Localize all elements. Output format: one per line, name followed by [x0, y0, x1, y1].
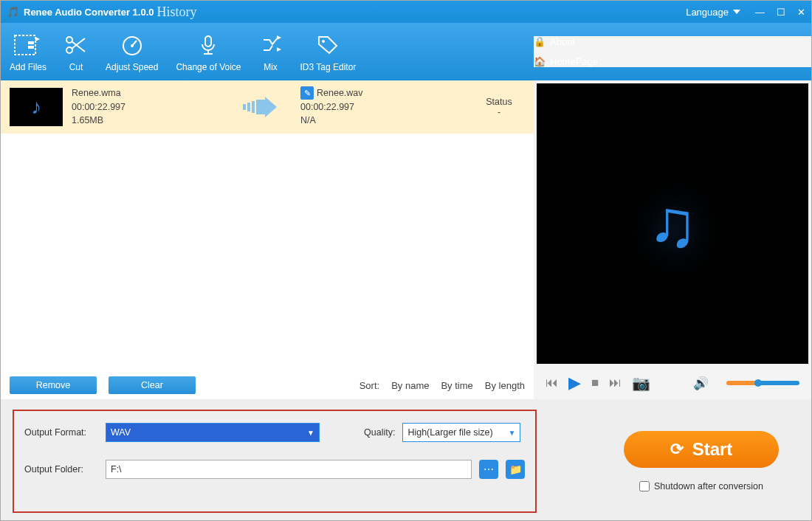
shutdown-label: Shutdown after conversion: [654, 481, 763, 491]
start-button[interactable]: ⟳ Start: [624, 431, 779, 468]
preview-pane: ♫: [537, 83, 808, 364]
change-voice-label: Change of Voice: [176, 62, 241, 72]
scissors-icon: [64, 32, 88, 58]
clear-button[interactable]: Clear: [109, 376, 196, 394]
prev-button[interactable]: ⏮: [546, 376, 558, 390]
homepage-label: HomePage: [550, 56, 598, 67]
output-folder-input[interactable]: F:\: [106, 460, 472, 479]
remove-button[interactable]: Remove: [10, 376, 97, 394]
language-dropdown[interactable]: Language: [686, 7, 740, 18]
add-files-label: Add Files: [10, 62, 47, 72]
svg-point-6: [322, 40, 325, 43]
app-title: Renee Audio Converter 1.0.0: [24, 7, 154, 18]
sort-by-length[interactable]: By length: [485, 380, 525, 391]
browse-folder-button[interactable]: 📁: [506, 460, 525, 479]
sort-label: Sort:: [359, 380, 379, 391]
mix-button[interactable]: Mix: [250, 25, 292, 78]
id3-tag-button[interactable]: ID3 Tag Editor: [292, 25, 365, 78]
output-format-label: Output Format:: [24, 427, 98, 438]
output-folder-label: Output Folder:: [24, 464, 98, 475]
lock-icon: 🔒: [534, 36, 546, 47]
dest-size: N/A: [300, 114, 448, 128]
stop-button[interactable]: ■: [591, 376, 599, 390]
output-format-select[interactable]: WAV ▼: [106, 423, 320, 442]
language-label: Language: [686, 7, 729, 18]
volume-icon[interactable]: 🔊: [693, 376, 709, 391]
about-link[interactable]: 🔒 About: [534, 36, 799, 47]
chevron-down-icon: ▼: [508, 429, 515, 437]
titlebar: 🎵 Renee Audio Converter 1.0.0 History La…: [1, 1, 811, 23]
svg-rect-9: [252, 101, 255, 113]
shutdown-checkbox-input[interactable]: [639, 481, 650, 491]
svg-rect-5: [205, 36, 211, 46]
music-note-icon: ♫: [647, 186, 698, 262]
sort-by-time[interactable]: By time: [441, 380, 472, 391]
quality-label: Quality:: [364, 427, 395, 438]
maximize-button[interactable]: ☐: [777, 7, 785, 18]
arrow-icon: [243, 97, 277, 117]
status-value: -: [473, 107, 525, 117]
refresh-icon: ⟳: [670, 440, 684, 459]
dest-filename: Renee.wav: [317, 88, 363, 98]
toolbar: Add Files Cut Adjust Speed Change of Voi…: [1, 23, 811, 80]
id3-tag-label: ID3 Tag Editor: [300, 62, 357, 72]
output-format-value: WAV: [111, 427, 131, 438]
app-icon: 🎵: [7, 6, 19, 18]
minimize-button[interactable]: —: [755, 7, 765, 18]
adjust-speed-label: Adjust Speed: [106, 62, 158, 72]
mix-label: Mix: [264, 62, 278, 72]
sort-by-name[interactable]: By name: [391, 380, 429, 391]
more-button[interactable]: ⋯: [479, 460, 498, 479]
file-thumbnail: ♪: [10, 88, 63, 126]
mix-icon: [259, 32, 283, 58]
edit-icon[interactable]: ✎: [300, 86, 314, 100]
microphone-icon: [196, 32, 220, 58]
home-icon: 🏠: [534, 56, 546, 67]
chevron-down-icon: ▼: [307, 429, 314, 437]
source-duration: 00:00:22.997: [72, 100, 219, 114]
quality-value: High(Larger file size): [407, 427, 492, 438]
homepage-link[interactable]: 🏠 HomePage: [534, 56, 799, 67]
status-header: Status: [473, 97, 525, 107]
svg-rect-0: [15, 35, 35, 55]
add-files-button[interactable]: Add Files: [1, 25, 55, 78]
history-link[interactable]: History: [157, 4, 197, 20]
volume-slider[interactable]: [726, 381, 799, 385]
svg-point-4: [131, 44, 134, 47]
adjust-speed-button[interactable]: Adjust Speed: [97, 25, 167, 78]
film-icon: [13, 32, 43, 58]
camera-button[interactable]: 📷: [632, 374, 650, 392]
svg-rect-7: [243, 104, 246, 110]
shutdown-checkbox[interactable]: Shutdown after conversion: [639, 481, 763, 491]
next-button[interactable]: ⏭: [609, 376, 622, 390]
tag-icon: [316, 32, 340, 58]
dest-duration: 00:00:22.997: [300, 100, 448, 114]
speedometer-icon: [120, 32, 144, 58]
source-filename: Renee.wma: [72, 86, 219, 100]
cut-button[interactable]: Cut: [55, 25, 97, 78]
file-row[interactable]: ♪ Renee.wma 00:00:22.997 1.65MB ✎Renee.w…: [1, 80, 534, 134]
chevron-down-icon: [733, 10, 740, 14]
svg-rect-8: [247, 103, 250, 111]
start-label: Start: [692, 439, 733, 460]
about-label: About: [550, 36, 575, 47]
change-voice-button[interactable]: Change of Voice: [167, 25, 250, 78]
output-settings: Output Format: WAV ▼ Quality: High(Large…: [13, 410, 537, 513]
cut-label: Cut: [69, 62, 83, 72]
close-button[interactable]: ✕: [797, 7, 805, 18]
source-size: 1.65MB: [72, 114, 219, 128]
quality-select[interactable]: High(Larger file size) ▼: [402, 423, 520, 442]
play-button[interactable]: ▶: [568, 373, 581, 393]
